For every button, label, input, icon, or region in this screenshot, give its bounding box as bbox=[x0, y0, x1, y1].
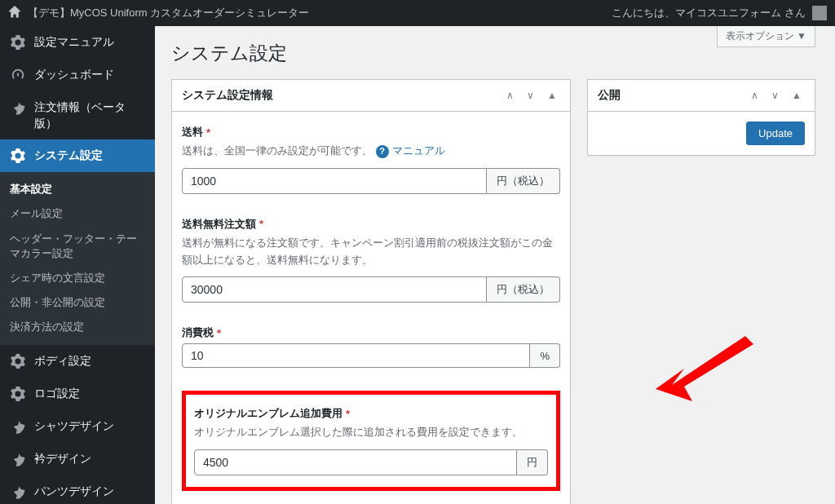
label-text: 消費税 bbox=[182, 325, 214, 340]
postbox-title: 公開 bbox=[598, 80, 621, 111]
sidebar-item-label: 注文情報（ベータ版） bbox=[34, 99, 147, 131]
field-description: オリジナルエンブレム選択した際に追加される費用を設定できます。 bbox=[194, 424, 548, 441]
field-label: 消費税 * bbox=[182, 325, 560, 340]
sidebar-item-label: シャツデザイン bbox=[34, 418, 147, 435]
input-suffix: 円（税込） bbox=[487, 276, 560, 303]
highlight-box: オリジナルエンブレム追加費用 * オリジナルエンブレム選択した際に追加される費用… bbox=[182, 391, 560, 491]
shipping-input[interactable] bbox=[182, 168, 487, 194]
admin-bar: 【デモ】MyCOS Uniform カスタムオーダーシミュレーター こんにちは、… bbox=[0, 0, 835, 26]
required-star-icon: * bbox=[346, 408, 350, 420]
sidebar-submenu: 基本設定 メール設定 ヘッダー・フッター・テーマカラー設定 シェア時の文言設定 … bbox=[0, 172, 155, 344]
field-shipping: 送料 * 送料は、全国一律のみ設定が可能です。 ?マニュアル 円（税込） bbox=[182, 125, 560, 194]
sidebar-item-shirt-design[interactable]: シャツデザイン bbox=[0, 410, 155, 443]
field-label: 送料 * bbox=[182, 125, 560, 139]
submenu-item-payment[interactable]: 決済方法の設定 bbox=[0, 315, 155, 339]
emblem-cost-input[interactable] bbox=[194, 449, 517, 475]
publish-actions: Update bbox=[588, 112, 815, 155]
sidebar-item-body-settings[interactable]: ボディ設定 bbox=[0, 345, 155, 378]
chevron-up-icon[interactable]: ∧ bbox=[748, 86, 762, 104]
screen-options: 表示オプション ▼ bbox=[717, 26, 815, 47]
postbox-title: システム設定情報 bbox=[182, 80, 273, 111]
required-star-icon: * bbox=[206, 126, 210, 139]
admin-bar-left: 【デモ】MyCOS Uniform カスタムオーダーシミュレーター bbox=[8, 6, 309, 21]
chevron-down-icon[interactable]: ∨ bbox=[524, 86, 537, 104]
gear-icon bbox=[10, 148, 26, 164]
chevron-up-icon[interactable]: ∧ bbox=[503, 86, 517, 104]
label-text: オリジナルエンブレム追加費用 bbox=[194, 406, 342, 421]
sidebar-item-logo-settings[interactable]: ロゴ設定 bbox=[0, 378, 155, 410]
pin-icon bbox=[10, 484, 26, 500]
pin-icon bbox=[10, 99, 26, 116]
required-star-icon: * bbox=[259, 218, 263, 230]
input-suffix: 円 bbox=[517, 449, 548, 475]
label-text: 送料無料注文額 bbox=[182, 217, 256, 232]
avatar[interactable] bbox=[812, 6, 827, 20]
input-row: 円（税込） bbox=[182, 276, 560, 303]
free-shipping-input[interactable] bbox=[182, 276, 487, 303]
field-tax: 消費税 * % bbox=[182, 325, 560, 368]
postbox-header: システム設定情報 ∧ ∨ ▲ bbox=[172, 80, 570, 112]
submenu-item-publish[interactable]: 公開・非公開の設定 bbox=[0, 290, 155, 315]
submenu-item-share[interactable]: シェア時の文言設定 bbox=[0, 266, 155, 290]
required-star-icon: * bbox=[217, 327, 221, 339]
chevron-down-icon[interactable]: ∨ bbox=[768, 86, 782, 104]
sidebar-item-label: ボディ設定 bbox=[34, 353, 147, 369]
greeting-text: こんにちは、マイコスユニフォーム さん bbox=[612, 6, 806, 20]
caret-up-icon[interactable]: ▲ bbox=[789, 86, 805, 104]
submenu-item-basic[interactable]: 基本設定 bbox=[0, 177, 155, 201]
sidebar-item-dashboard[interactable]: ダッシュボード bbox=[0, 59, 155, 91]
publish-box: 公開 ∧ ∨ ▲ Update bbox=[587, 79, 815, 156]
sidebar-item-label: 衿デザイン bbox=[34, 451, 147, 467]
field-label: オリジナルエンブレム追加費用 * bbox=[194, 406, 548, 421]
main-content: 表示オプション ▼ システム設定 システム設定情報 ∧ ∨ ▲ bbox=[155, 26, 835, 504]
gear-icon bbox=[10, 386, 26, 402]
input-suffix: 円（税込） bbox=[487, 168, 560, 194]
field-free-shipping: 送料無料注文額 * 送料が無料になる注文額です。キャンペーン割引適用前の税抜注文… bbox=[182, 217, 560, 303]
sidebar-item-label: システム設定 bbox=[34, 148, 147, 164]
input-suffix: % bbox=[530, 343, 560, 368]
manual-link[interactable]: マニュアル bbox=[392, 144, 445, 157]
side-column: 公開 ∧ ∨ ▲ Update bbox=[587, 79, 815, 504]
submenu-item-theme[interactable]: ヘッダー・フッター・テーマカラー設定 bbox=[0, 227, 155, 266]
sidebar-item-manual[interactable]: 設定マニュアル bbox=[0, 26, 155, 59]
postbox-header: 公開 ∧ ∨ ▲ bbox=[588, 80, 815, 112]
input-row: 円 bbox=[194, 449, 548, 475]
pin-icon bbox=[10, 451, 26, 467]
main-column: システム設定情報 ∧ ∨ ▲ 送料 * bbox=[171, 79, 571, 504]
dashboard-icon bbox=[10, 67, 26, 83]
postbox-body: 送料 * 送料は、全国一律のみ設定が可能です。 ?マニュアル 円（税込） bbox=[172, 112, 570, 504]
field-label: 送料無料注文額 * bbox=[182, 217, 560, 232]
sidebar-item-pants-design[interactable]: パンツデザイン bbox=[0, 475, 155, 505]
admin-sidebar: 設定マニュアル ダッシュボード 注文情報（ベータ版） システム設定 基本設定 メ… bbox=[0, 26, 155, 504]
screen-options-button[interactable]: 表示オプション ▼ bbox=[717, 26, 815, 47]
postbox-actions: ∧ ∨ ▲ bbox=[748, 86, 805, 104]
field-description: 送料は、全国一律のみ設定が可能です。 ?マニュアル bbox=[182, 143, 560, 160]
label-text: 送料 bbox=[182, 125, 203, 139]
gear-icon bbox=[10, 34, 26, 51]
layout: 設定マニュアル ダッシュボード 注文情報（ベータ版） システム設定 基本設定 メ… bbox=[0, 26, 835, 504]
tax-input[interactable] bbox=[182, 343, 530, 368]
sidebar-item-label: ロゴ設定 bbox=[34, 386, 147, 402]
sidebar-item-system-settings[interactable]: システム設定 bbox=[0, 139, 155, 172]
sidebar-item-collar-design[interactable]: 衿デザイン bbox=[0, 443, 155, 475]
gear-icon bbox=[10, 353, 26, 369]
caret-up-icon[interactable]: ▲ bbox=[544, 86, 560, 104]
update-button[interactable]: Update bbox=[746, 122, 805, 145]
site-title-text[interactable]: 【デモ】MyCOS Uniform カスタムオーダーシミュレーター bbox=[28, 6, 309, 20]
sidebar-item-label: 設定マニュアル bbox=[34, 34, 147, 51]
admin-bar-right[interactable]: こんにちは、マイコスユニフォーム さん bbox=[612, 6, 827, 20]
input-row: 円（税込） bbox=[182, 168, 560, 194]
sidebar-item-label: パンツデザイン bbox=[34, 484, 147, 500]
sidebar-item-orders[interactable]: 注文情報（ベータ版） bbox=[0, 91, 155, 139]
home-icon[interactable] bbox=[8, 6, 21, 21]
field-emblem: オリジナルエンブレム追加費用 * オリジナルエンブレム選択した際に追加される費用… bbox=[194, 406, 548, 475]
field-description: 送料が無料になる注文額です。キャンペーン割引適用前の税抜注文額がこの金額以上にな… bbox=[182, 235, 560, 269]
pin-icon bbox=[10, 418, 26, 435]
postbox-actions: ∧ ∨ ▲ bbox=[503, 86, 560, 104]
content-columns: システム設定情報 ∧ ∨ ▲ 送料 * bbox=[171, 79, 815, 504]
system-settings-box: システム設定情報 ∧ ∨ ▲ 送料 * bbox=[171, 79, 571, 504]
sidebar-item-label: ダッシュボード bbox=[34, 67, 147, 83]
submenu-item-mail[interactable]: メール設定 bbox=[0, 201, 155, 226]
input-row: % bbox=[182, 343, 560, 368]
help-icon[interactable]: ? bbox=[376, 145, 389, 158]
